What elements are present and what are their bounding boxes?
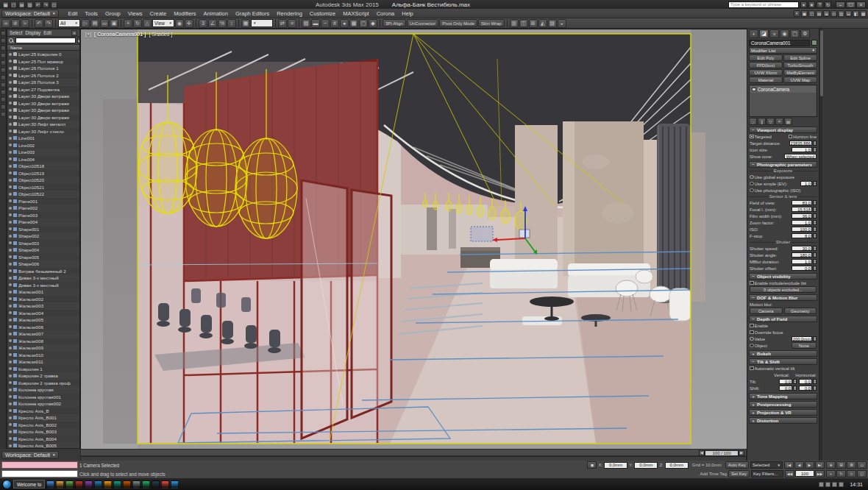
object-name-field[interactable]: CoronaCamera001 — [749, 40, 810, 46]
tilt-vertical-field[interactable]: 0,0 — [779, 379, 792, 385]
list-item[interactable]: Line002 — [7, 142, 79, 149]
list-item[interactable]: Жалюзи002 — [7, 296, 79, 303]
unconnector-button[interactable]: UnConnector — [407, 19, 438, 27]
visibility-dot-icon[interactable] — [9, 249, 12, 252]
explorer-menu-select[interactable]: Select — [10, 30, 23, 35]
list-item[interactable]: Диван 3-х местный — [7, 274, 79, 282]
tray-icon-4[interactable] — [839, 482, 844, 487]
reference-coordinate-system-dropdown[interactable]: View▼ — [152, 19, 174, 27]
hierarchy-tab-icon[interactable]: ≡ — [769, 29, 779, 38]
selection-lock-icon[interactable]: ◼ — [587, 461, 597, 469]
list-item[interactable]: Layer:30 Двери витражи — [7, 100, 79, 107]
use-photographic-radio[interactable] — [750, 188, 754, 193]
spinner-arrows-icon[interactable] — [813, 213, 817, 219]
visibility-dot-icon[interactable] — [9, 81, 12, 84]
select-and-rotate-icon[interactable]: ↻ — [133, 19, 142, 28]
help-icon[interactable]: ? — [817, 1, 823, 8]
make-unique-icon[interactable]: ▽ — [766, 118, 775, 125]
modifier-button-turbosmooth[interactable]: TurboSmooth — [783, 62, 817, 68]
save-file-icon[interactable]: ▥ — [26, 1, 33, 8]
toolbar-extra-3-icon[interactable]: ⊞ — [529, 19, 538, 28]
shutter-field[interactable]: 1,0 — [791, 259, 812, 265]
spinner-arrows-icon[interactable] — [813, 227, 817, 232]
list-item[interactable]: Жалюзи003 — [7, 302, 79, 310]
list-item[interactable]: Layer:25 Ковролин 0 — [7, 51, 79, 58]
list-item[interactable]: Колонна круглая — [7, 386, 79, 394]
sensor-field[interactable]: 1,0 — [791, 220, 812, 226]
explorer-menu-display[interactable]: Display — [26, 30, 41, 35]
rollout-distortion[interactable]: +Distortion — [749, 417, 817, 424]
render-production-icon[interactable]: ◆ — [369, 19, 377, 28]
time-slider[interactable]: ◀ 100 / 100 ▶ — [80, 449, 747, 456]
bind-to-space-warp-icon[interactable]: ≈ — [21, 19, 29, 28]
curve-editor-icon[interactable]: ~ — [321, 19, 330, 28]
list-item[interactable]: Кресло Axis_B001 — [7, 414, 79, 422]
simple-ev-field[interactable]: 1,0 — [800, 181, 812, 187]
list-item[interactable]: Ковролин 2 травка проф — [7, 380, 79, 387]
zoom-region-icon[interactable]: ▭ — [857, 461, 867, 469]
spinner-arrows-icon[interactable] — [813, 141, 817, 146]
3pt-align-button[interactable]: 3Pt Align — [383, 19, 406, 27]
zoom-all-icon[interactable]: ⊞ — [836, 461, 846, 469]
menu-toolbar-4-icon[interactable]: ▤ — [816, 10, 822, 17]
modifier-button-matbyelement[interactable]: MatByElement — [783, 69, 817, 76]
list-item[interactable]: Кресло Axis_B004 — [7, 436, 79, 443]
rendered-frame-window-icon[interactable]: ▢ — [359, 19, 368, 28]
rectangular-selection-region-icon[interactable]: ▭ — [100, 19, 109, 28]
spinner-arrows-icon[interactable] — [813, 246, 817, 252]
tray-icon-2[interactable] — [825, 482, 830, 487]
auto-key-button[interactable]: Auto Key — [725, 461, 749, 469]
use-pivot-point-center-icon[interactable]: ◉ — [175, 19, 184, 28]
go-to-start-icon[interactable]: |◀ — [784, 461, 794, 469]
list-item[interactable]: Shape002 — [7, 232, 79, 240]
y-coordinate-field[interactable]: 0,0mm — [634, 462, 658, 469]
taskbar-app-icon-5[interactable] — [85, 480, 93, 489]
configure-modifier-sets-icon[interactable]: ▤ — [784, 118, 792, 125]
list-item[interactable]: Layer:27 Подсветка — [7, 86, 79, 93]
list-item[interactable]: Кресло Axis_B003 — [7, 428, 79, 436]
undo-qat-icon[interactable]: ↶ — [35, 1, 41, 8]
visibility-dot-icon[interactable] — [9, 95, 12, 98]
command-panel-scrollbar[interactable] — [819, 29, 822, 461]
focus-value-radio[interactable] — [750, 337, 754, 341]
current-frame-field[interactable]: 100 — [795, 470, 814, 477]
favorites-icon[interactable]: ★ — [808, 1, 815, 8]
show-cone-dropdown[interactable]: When selected — [784, 154, 817, 160]
explorer-name-column-header[interactable]: Name — [7, 45, 79, 51]
list-item[interactable]: Колонна круглая002 — [7, 400, 79, 408]
menu-toolbar-7-icon[interactable]: ▥ — [838, 10, 844, 17]
rollout-projection-vr[interactable]: +Projection & VR — [749, 409, 817, 416]
communication-center-icon[interactable]: ↻ — [825, 1, 831, 8]
docked-toolbar-icon-1[interactable] — [1, 31, 6, 36]
taskbar-app-icon-13[interactable] — [161, 480, 169, 489]
show-end-result-icon[interactable]: ∥ — [758, 118, 766, 125]
spinner-arrows-icon[interactable] — [813, 266, 817, 271]
list-item[interactable]: Кресло Axis_B005 — [7, 442, 79, 448]
automatic-vertical-tilt-checkbox[interactable] — [750, 366, 754, 371]
visibility-dot-icon[interactable] — [9, 221, 12, 224]
visibility-dot-icon[interactable] — [9, 241, 12, 244]
shutter-field[interactable]: 30,0 — [791, 246, 812, 252]
viewport-pov-menu[interactable]: [ CoronaCamera001 ] — [94, 32, 146, 37]
visibility-dot-icon[interactable] — [9, 151, 12, 154]
undo-icon[interactable]: ↶ — [35, 19, 43, 28]
select-and-manipulate-icon[interactable]: ✢ — [185, 19, 193, 28]
taskbar-app-icon-9[interactable] — [123, 480, 131, 489]
schematic-view-icon[interactable]: # — [330, 19, 339, 28]
list-item[interactable]: Жалюзи004 — [7, 310, 79, 317]
icon-size-field[interactable]: 1,0 — [791, 147, 812, 153]
redo-qat-icon[interactable]: ↷ — [43, 1, 49, 8]
spinner-arrows-icon[interactable] — [813, 200, 817, 206]
set-key-button[interactable]: Set Key — [728, 470, 750, 477]
list-item[interactable]: Shape005 — [7, 254, 79, 261]
visibility-dot-icon[interactable] — [9, 283, 12, 286]
list-item[interactable]: Object10518 — [7, 163, 79, 170]
sensor-field[interactable]: 8,0 — [791, 233, 812, 239]
list-item[interactable]: Plane001 — [7, 198, 79, 205]
rollout-depth-of-field[interactable]: − Depth of Field — [749, 316, 817, 322]
docked-toolbar-icon-7[interactable] — [1, 75, 6, 80]
visibility-dot-icon[interactable] — [9, 185, 12, 188]
maxscript-mini-listener[interactable] — [1, 470, 78, 477]
menu-graph-editors[interactable]: Graph Editors — [232, 9, 273, 18]
docked-toolbar-icon-9[interactable] — [1, 90, 6, 95]
